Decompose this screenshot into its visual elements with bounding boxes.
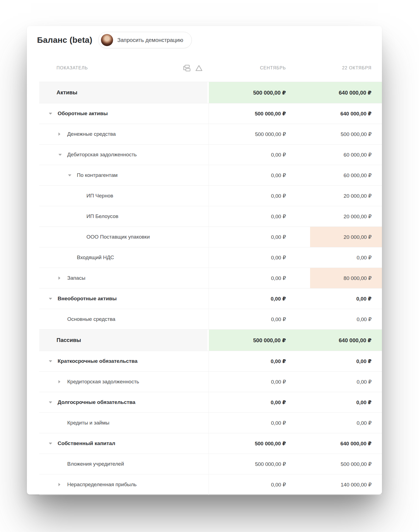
expand-arrow-slot[interactable] bbox=[58, 483, 67, 486]
september-value: 0,00 ₽ bbox=[209, 413, 310, 433]
row-label-cell: Краткосрочные обязательства bbox=[39, 351, 209, 371]
column-header-september: СЕНТЯБРЬ bbox=[209, 66, 310, 70]
october-value: 640 000,00 ₽ bbox=[310, 433, 382, 454]
expand-arrow-icon[interactable] bbox=[58, 483, 60, 486]
row-label: Входящий НДС bbox=[77, 254, 114, 261]
table-row[interactable]: Кредиты и займы 0,00 ₽ 0,00 ₽ bbox=[39, 413, 382, 433]
request-demo-label: Запросить демонстрацию bbox=[117, 37, 183, 43]
table-row[interactable]: Краткосрочные обязательства 0,00 ₽ 0,00 … bbox=[39, 351, 382, 372]
expand-arrow-icon[interactable] bbox=[58, 380, 60, 383]
row-label: Кредиты и займы bbox=[67, 420, 109, 426]
hierarchy-icon[interactable] bbox=[182, 64, 190, 72]
september-value: 500 000,00 ₽ bbox=[209, 454, 310, 474]
expand-arrow-slot[interactable] bbox=[58, 154, 67, 156]
row-label-cell: Дебиторская задолженность bbox=[39, 145, 209, 165]
table-row[interactable]: Основные средства 0,00 ₽ 0,00 ₽ bbox=[39, 309, 382, 330]
september-value: 0,00 ₽ bbox=[209, 288, 310, 309]
expand-arrow-icon[interactable] bbox=[58, 132, 60, 136]
triangle-icon[interactable] bbox=[195, 64, 203, 72]
expand-arrow-icon[interactable] bbox=[49, 113, 52, 115]
column-header-october: 22 ОКТЯБРЯ bbox=[310, 66, 382, 70]
september-value: 0,00 ₽ bbox=[209, 186, 310, 206]
expand-arrow-slot[interactable] bbox=[49, 360, 58, 362]
table-row[interactable]: Внеоборотные активы 0,00 ₽ 0,00 ₽ bbox=[39, 288, 382, 309]
table-row[interactable]: Нераспределенная прибыль 0,00 ₽ 140 000,… bbox=[39, 474, 382, 495]
row-label: Долгосрочные обязательства bbox=[58, 399, 135, 405]
table-header-icons bbox=[182, 64, 203, 72]
september-value: 0,00 ₽ bbox=[209, 372, 310, 392]
row-label-cell: ООО Поставщик упаковки bbox=[39, 227, 209, 247]
september-value: 500 000,00 ₽ bbox=[209, 124, 310, 144]
october-value: 640 000,00 ₽ bbox=[310, 330, 382, 351]
expand-arrow-slot[interactable] bbox=[68, 174, 77, 176]
october-value: 0,00 ₽ bbox=[310, 309, 382, 329]
expand-arrow-icon[interactable] bbox=[49, 443, 52, 445]
expand-arrow-icon[interactable] bbox=[58, 154, 62, 156]
expand-arrow-icon[interactable] bbox=[49, 360, 52, 362]
row-label: Основные средства bbox=[67, 316, 115, 322]
expand-arrow-icon[interactable] bbox=[49, 298, 52, 300]
request-demo-button[interactable]: Запросить демонстрацию bbox=[98, 32, 192, 48]
table-body: Активы 500 000,00 ₽ 640 000,00 ₽ Оборотн… bbox=[39, 82, 382, 495]
table-row[interactable]: Дебиторская задолженность 0,00 ₽ 60 000,… bbox=[39, 145, 382, 165]
row-label-cell: Денежные средства bbox=[39, 124, 209, 144]
october-value: 640 000,00 ₽ bbox=[310, 103, 382, 124]
expand-arrow-slot[interactable] bbox=[49, 113, 58, 115]
table-row[interactable]: Денежные средства 500 000,00 ₽ 500 000,0… bbox=[39, 124, 382, 145]
september-value: 0,00 ₽ bbox=[209, 206, 310, 227]
row-label: Внеоборотные активы bbox=[58, 296, 117, 302]
row-label-cell: Внеоборотные активы bbox=[39, 288, 209, 309]
avatar bbox=[101, 34, 113, 46]
table-row[interactable]: Долгосрочные обязательства 0,00 ₽ 0,00 ₽ bbox=[39, 392, 382, 413]
page: Баланс (beta) Запросить демонстрацию ПОК… bbox=[0, 0, 419, 532]
september-value: 0,00 ₽ bbox=[209, 474, 310, 495]
expand-arrow-slot[interactable] bbox=[49, 401, 58, 403]
october-value: 0,00 ₽ bbox=[310, 288, 382, 309]
page-title: Баланс (beta) bbox=[37, 35, 92, 45]
row-label-cell: Оборотные активы bbox=[39, 103, 209, 124]
october-value: 0,00 ₽ bbox=[310, 247, 382, 268]
expand-arrow-icon[interactable] bbox=[58, 276, 60, 280]
table-row[interactable]: Вложения учредителей 500 000,00 ₽ 500 00… bbox=[39, 454, 382, 474]
september-value: 0,00 ₽ bbox=[209, 392, 310, 412]
balance-table: ПОКАЗАТЕЛЬ СЕНТЯБРЬ 22 ОКТЯБРЯ bbox=[39, 54, 382, 494]
row-label-cell: Кредиторская задолженность bbox=[39, 372, 209, 392]
table-row[interactable]: ИП Чернов 0,00 ₽ 20 000,00 ₽ bbox=[39, 186, 382, 206]
october-value: 60 000,00 ₽ bbox=[310, 165, 382, 185]
table-row[interactable]: Оборотные активы 500 000,00 ₽ 640 000,00… bbox=[39, 103, 382, 124]
table-row[interactable]: ООО Поставщик упаковки 0,00 ₽ 20 000,00 … bbox=[39, 227, 382, 247]
table-row[interactable]: Активы 500 000,00 ₽ 640 000,00 ₽ bbox=[39, 82, 382, 103]
table-row[interactable]: Собственный капитал 500 000,00 ₽ 640 000… bbox=[39, 433, 382, 454]
row-label-cell: По контрагентам bbox=[39, 165, 209, 185]
expand-arrow-slot[interactable] bbox=[49, 443, 58, 445]
expand-arrow-slot[interactable] bbox=[58, 276, 67, 280]
october-value: 20 000,00 ₽ bbox=[310, 206, 382, 227]
expand-arrow-slot[interactable] bbox=[58, 132, 67, 136]
table-row[interactable]: По контрагентам 0,00 ₽ 60 000,00 ₽ bbox=[39, 165, 382, 186]
table-row[interactable]: Входящий НДС 0,00 ₽ 0,00 ₽ bbox=[39, 247, 382, 268]
row-label-cell: Основные средства bbox=[39, 309, 209, 329]
row-label: По контрагентам bbox=[77, 172, 118, 178]
expand-arrow-slot[interactable] bbox=[58, 380, 67, 383]
october-value: 60 000,00 ₽ bbox=[310, 145, 382, 165]
card-header: Баланс (beta) Запросить демонстрацию bbox=[27, 26, 382, 54]
october-value: 0,00 ₽ bbox=[310, 372, 382, 392]
september-value: 0,00 ₽ bbox=[209, 165, 310, 185]
table-row[interactable]: Пассивы 500 000,00 ₽ 640 000,00 ₽ bbox=[39, 330, 382, 351]
expand-arrow-icon[interactable] bbox=[49, 401, 52, 403]
table-row[interactable]: Запасы 0,00 ₽ 80 000,00 ₽ bbox=[39, 268, 382, 288]
september-value: 0,00 ₽ bbox=[209, 145, 310, 165]
row-label-cell: Долгосрочные обязательства bbox=[39, 392, 209, 412]
row-label-cell: Входящий НДС bbox=[39, 247, 209, 268]
row-label-cell: Активы bbox=[39, 82, 209, 103]
table-row[interactable]: Кредиторская задолженность 0,00 ₽ 0,00 ₽ bbox=[39, 372, 382, 392]
expand-arrow-slot[interactable] bbox=[49, 298, 58, 300]
september-value: 0,00 ₽ bbox=[209, 227, 310, 247]
expand-arrow-icon[interactable] bbox=[68, 174, 71, 176]
row-label: ИП Белоусов bbox=[86, 213, 118, 219]
october-value: 20 000,00 ₽ bbox=[310, 186, 382, 206]
table-row[interactable]: ИП Белоусов 0,00 ₽ 20 000,00 ₽ bbox=[39, 206, 382, 227]
row-label: ИП Чернов bbox=[86, 193, 113, 199]
row-label: Кредиторская задолженность bbox=[67, 379, 139, 385]
row-label: ООО Поставщик упаковки bbox=[86, 234, 150, 240]
